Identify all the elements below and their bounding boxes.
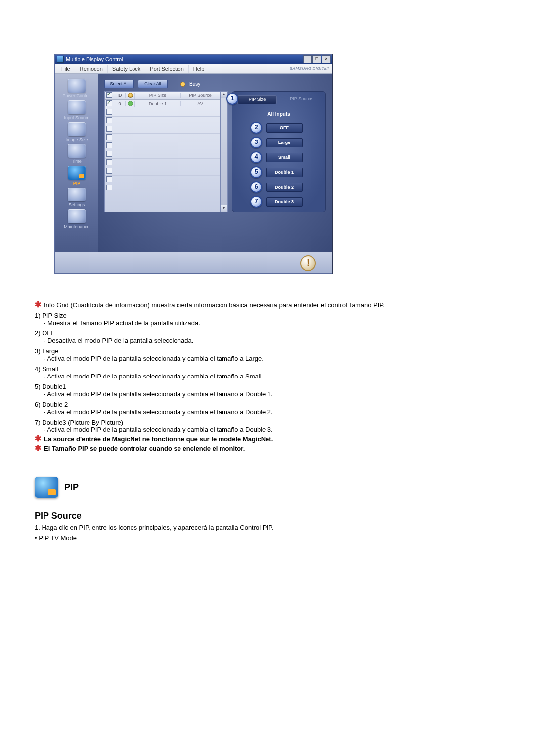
option-double1: 5 Double 1 xyxy=(250,166,320,178)
row-checkbox[interactable] xyxy=(106,168,112,174)
grid-header-id: ID xyxy=(114,93,126,98)
sidebar-item-label: Maintenance xyxy=(55,224,98,229)
sidebar-item-label: Image Size xyxy=(55,137,98,142)
menu-remocon[interactable]: Remocon xyxy=(75,65,108,73)
alert-icon: ! xyxy=(300,255,316,271)
select-all-checkbox[interactable] xyxy=(106,92,112,98)
sidebar-item-input-source[interactable]: Input Source xyxy=(55,100,98,120)
tab-pip-source[interactable]: PIP Source xyxy=(282,95,320,103)
sidebar-item-maintenance[interactable]: Maintenance xyxy=(55,209,98,229)
sidebar-item-settings[interactable]: Settings xyxy=(55,188,98,207)
option-small: 4 Small xyxy=(250,151,320,163)
double1-button[interactable]: Double 1 xyxy=(266,168,303,177)
all-inputs-label: All Inputs xyxy=(237,111,320,117)
doc-item-3: 3) Large - Activa el modo PIP de la pant… xyxy=(35,347,499,362)
option-double2: 6 Double 2 xyxy=(250,181,320,193)
menu-file[interactable]: File xyxy=(57,65,75,73)
sidebar-item-label: Time xyxy=(55,159,98,164)
scroll-down-icon[interactable]: ▼ xyxy=(221,205,227,212)
grid-row[interactable] xyxy=(105,176,220,184)
clear-all-button[interactable]: Clear All xyxy=(138,80,168,88)
doc-item-2: 2) OFF - Desactiva el modo PIP de la pan… xyxy=(35,330,499,344)
window-title: Multiple Display Control xyxy=(66,56,303,62)
row-checkbox[interactable] xyxy=(106,134,112,140)
info-grid: ID PIP Size PIP Source 0 Double 1 AV xyxy=(104,91,220,212)
grid-row[interactable] xyxy=(105,134,220,142)
grid-row[interactable] xyxy=(105,159,220,167)
grid-header-row: ID PIP Size PIP Source xyxy=(105,92,220,100)
option-off: 2 OFF xyxy=(250,122,320,134)
pip-size-panel: 1 PIP Size PIP Source All Inputs 2 OFF 3 xyxy=(232,91,326,212)
subheading-pip-source: PIP Source xyxy=(35,511,499,521)
callout-4: 4 xyxy=(250,151,262,163)
callout-7: 7 xyxy=(250,196,262,208)
pip-icon xyxy=(35,477,58,498)
grid-row[interactable] xyxy=(105,167,220,176)
settings-icon xyxy=(68,188,86,201)
row-checkbox[interactable] xyxy=(106,159,112,165)
row-checkbox[interactable] xyxy=(106,117,112,123)
star-icon: ✱ xyxy=(35,435,41,443)
row-checkbox[interactable] xyxy=(106,100,112,106)
note-2: El Tamaño PIP se puede controlar cuando … xyxy=(44,445,245,452)
titlebar: Multiple Display Control _ □ × xyxy=(55,55,332,64)
row-checkbox[interactable] xyxy=(106,142,112,148)
sidebar-item-time[interactable]: Time xyxy=(55,144,98,164)
row-status-icon xyxy=(128,101,133,106)
power-icon xyxy=(68,79,86,93)
tab-pip-size[interactable]: PIP Size xyxy=(237,95,277,104)
row-pip-source: AV xyxy=(181,101,220,106)
double2-button[interactable]: Double 2 xyxy=(266,183,303,192)
row-checkbox[interactable] xyxy=(106,185,112,190)
intro-text: Info Grid (Cuadrícula de información) mu… xyxy=(44,301,385,309)
minimize-button[interactable]: _ xyxy=(303,55,312,63)
grid-scrollbar[interactable]: ▲ ▼ xyxy=(220,91,228,212)
row-checkbox[interactable] xyxy=(106,176,112,182)
step-1: 1. Haga clic en PIP, entre los iconos pr… xyxy=(35,524,499,531)
row-id: 0 xyxy=(114,101,126,106)
section-heading-pip: PIP xyxy=(35,477,499,498)
close-button[interactable]: × xyxy=(322,55,331,63)
row-checkbox[interactable] xyxy=(106,126,112,132)
sidebar-item-power-control[interactable]: Power Control xyxy=(55,79,98,98)
sidebar-item-label: Input Source xyxy=(55,115,98,120)
menu-help[interactable]: Help xyxy=(189,65,210,73)
star-icon: ✱ xyxy=(35,445,41,452)
off-button[interactable]: OFF xyxy=(266,123,303,133)
maximize-button[interactable]: □ xyxy=(312,55,321,63)
option-double3: 7 Double 3 xyxy=(250,196,320,208)
option-large: 3 Large xyxy=(250,137,320,148)
main-panel: Select All Clear All Busy ID xyxy=(98,74,332,252)
grid-row[interactable] xyxy=(105,184,220,192)
sidebar-item-pip[interactable]: PIP xyxy=(55,166,98,186)
grid-row[interactable] xyxy=(105,150,220,159)
row-checkbox[interactable] xyxy=(106,109,112,115)
doc-item-1: 1) PIP Size - Muestra el Tamaño PIP actu… xyxy=(35,312,499,327)
select-all-button[interactable]: Select All xyxy=(104,80,134,88)
section-title: PIP xyxy=(64,482,79,493)
double3-button[interactable]: Double 3 xyxy=(266,197,303,207)
callout-2: 2 xyxy=(250,122,262,134)
menu-safety-lock[interactable]: Safety Lock xyxy=(108,65,145,73)
menu-port-selection[interactable]: Port Selection xyxy=(145,65,188,73)
note-1: La source d'entrée de MagicNet ne foncti… xyxy=(44,435,273,443)
status-bar: ! xyxy=(55,252,332,273)
grid-row[interactable] xyxy=(105,142,220,150)
large-button[interactable]: Large xyxy=(266,138,303,147)
app-icon xyxy=(57,56,64,63)
grid-row[interactable] xyxy=(105,125,220,134)
grid-row[interactable] xyxy=(105,108,220,117)
sidebar-item-image-size[interactable]: Image Size xyxy=(55,122,98,142)
small-button[interactable]: Small xyxy=(266,153,303,162)
callout-6: 6 xyxy=(250,181,262,193)
menubar: File Remocon Safety Lock Port Selection … xyxy=(55,64,332,74)
grid-row[interactable]: 0 Double 1 AV xyxy=(105,100,220,108)
doc-item-5: 5) Double1 - Activa el modo PIP de la pa… xyxy=(35,383,499,398)
time-icon xyxy=(68,144,86,158)
doc-item-7: 7) Double3 (Picture By Picture) - Activa… xyxy=(35,419,499,433)
callout-3: 3 xyxy=(250,137,262,148)
grid-row[interactable] xyxy=(105,117,220,125)
row-checkbox[interactable] xyxy=(106,151,112,157)
doc-item-4: 4) Small - Activa el modo PIP de la pant… xyxy=(35,365,499,380)
grid-header-pip-size: PIP Size xyxy=(135,93,181,98)
